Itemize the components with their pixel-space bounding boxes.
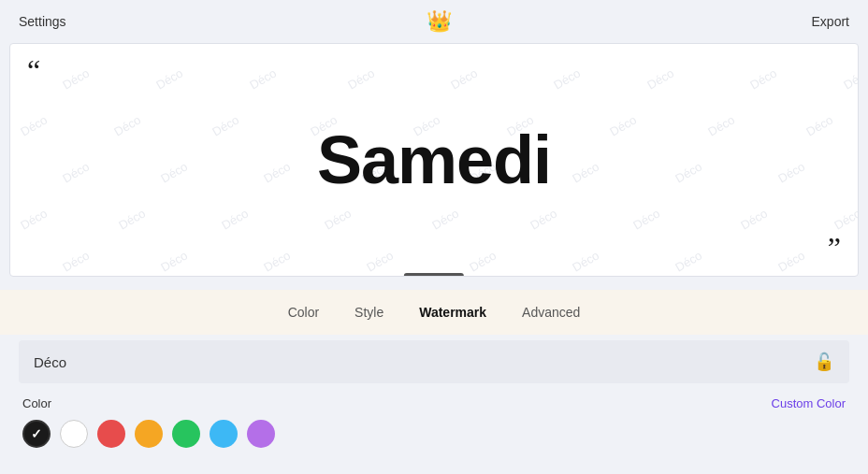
watermark-word: Déco [673,159,704,185]
settings-button[interactable]: Settings [19,14,66,29]
deco-label: Déco [34,354,66,370]
watermark-word: Déco [630,206,662,232]
watermark-word: Déco [705,112,737,138]
color-row: Color Custom Color [19,396,849,410]
watermark-word: Déco [116,206,148,232]
watermark-word: Déco [247,65,279,92]
watermark-word: Déco [18,206,50,232]
watermark-word: Déco [111,112,143,138]
quote-right: ” [828,233,841,263]
tab-style[interactable]: Style [351,303,387,322]
swatches-row: ✓ [19,420,849,448]
watermark-word: Déco [775,159,807,185]
watermark-word: Déco [60,159,92,185]
watermark-word: Déco [551,65,583,92]
deco-row[interactable]: Déco 🔓 [19,340,849,383]
watermark-word: Déco [607,112,639,138]
dimensions-badge: 1200x675 [404,273,464,277]
watermark-word: Déco [261,159,293,185]
watermark-word: Déco [158,159,190,185]
swatch-blue[interactable] [210,420,238,448]
watermark-word: Déco [738,206,770,232]
color-label: Color [22,396,51,410]
quote-left: “ [27,55,40,85]
canvas-main-text: Samedi [317,122,551,198]
watermark-word: Déco [644,65,676,92]
swatch-purple[interactable] [247,420,275,448]
swatch-orange[interactable] [135,420,163,448]
watermark-word: Déco [429,206,461,232]
watermark-word: Déco [832,206,858,232]
watermark-word: Déco [153,65,185,92]
swatch-red[interactable] [97,420,125,448]
watermark-word: Déco [448,65,480,92]
custom-color-link[interactable]: Custom Color [772,396,846,410]
swatch-green[interactable] [172,420,200,448]
swatch-check-icon: ✓ [31,426,42,441]
export-button[interactable]: Export [812,14,849,29]
watermark-word: Déco [528,206,559,232]
watermark-word: Déco [673,248,704,274]
watermark-word: Déco [841,65,858,92]
tab-advanced[interactable]: Advanced [518,303,584,322]
tabs-bar: ColorStyleWatermarkAdvanced [0,290,868,335]
watermark-word: Déco [18,112,50,138]
header: Settings 👑 Export [0,0,868,43]
watermark-word: Déco [322,206,354,232]
watermark-word: Déco [570,248,601,274]
crown-icon: 👑 [427,9,452,34]
swatch-black[interactable]: ✓ [22,420,51,448]
watermark-word: Déco [345,65,377,92]
watermark-word: Déco [261,248,293,274]
watermark-word: Déco [775,248,807,274]
watermark-word: Déco [158,248,190,274]
options-section: Déco 🔓 Color Custom Color ✓ [0,340,868,448]
tab-color[interactable]: Color [284,303,323,322]
watermark-word: Déco [219,206,251,232]
lock-icon: 🔓 [814,352,834,372]
canvas-area: DécoDécoDécoDécoDécoDécoDécoDécoDécoDéco… [9,43,859,277]
watermark-word: Déco [803,112,835,138]
watermark-word: Déco [570,159,601,185]
watermark-word: Déco [60,65,92,92]
swatch-white[interactable] [60,420,88,448]
watermark-word: Déco [364,248,396,274]
watermark-word: Déco [210,112,241,138]
watermark-word: Déco [467,248,499,274]
watermark-word: Déco [60,248,92,274]
tab-watermark[interactable]: Watermark [415,303,490,322]
watermark-word: Déco [747,65,779,92]
